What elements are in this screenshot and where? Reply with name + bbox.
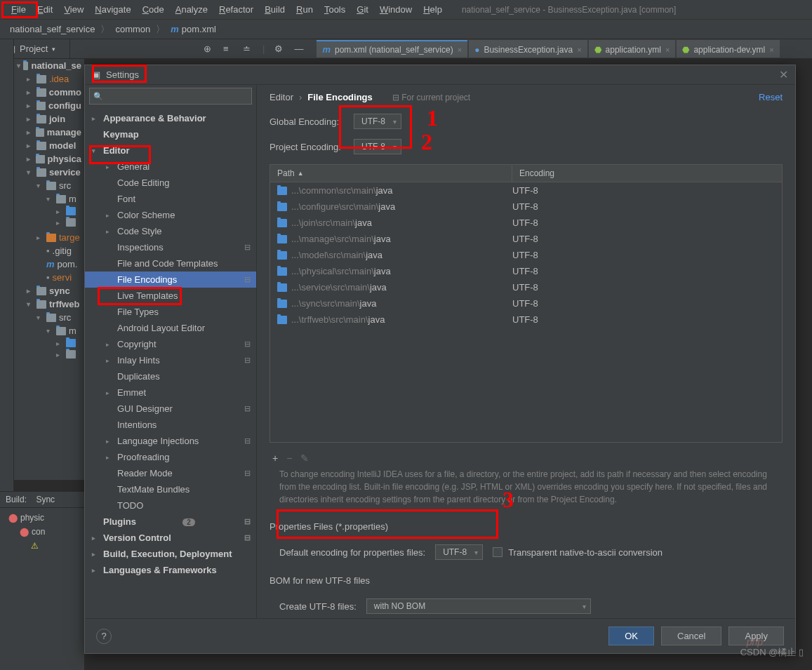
settings-node-inlay-hints[interactable]: ▸Inlay Hints⊟ (85, 352, 256, 368)
tree-row[interactable]: ▸join (14, 112, 84, 126)
tree-row[interactable]: ▾m (14, 324, 84, 337)
menu-build[interactable]: Build (259, 2, 291, 17)
tree-row[interactable]: ▾src (14, 311, 84, 324)
build-row[interactable]: ⬤con (3, 525, 81, 539)
tree-row[interactable]: mpom. (14, 257, 84, 271)
settings-node-intentions[interactable]: Intentions (85, 417, 256, 433)
hide-icon[interactable]: — (294, 43, 304, 53)
settings-node-file-and-code-templates[interactable]: File and Code Templates (85, 255, 256, 272)
add-icon[interactable]: + (272, 453, 278, 464)
tree-row[interactable]: ▪servi (14, 271, 84, 284)
project-encoding-select[interactable]: UTF-8 (354, 139, 401, 154)
breadcrumb-item[interactable]: national_self_service (6, 24, 99, 34)
transparent-ascii-checkbox[interactable]: Transparent native-to-ascii conversion (493, 547, 663, 558)
settings-node-todo[interactable]: TODO (85, 497, 256, 514)
project-tree[interactable]: ▾national_se▸.idea▸commo▸configu▸join▸ma… (14, 59, 84, 480)
menu-run[interactable]: Run (291, 2, 319, 17)
tree-row[interactable]: ▸configu (14, 99, 84, 112)
close-icon[interactable]: × (769, 46, 773, 54)
tree-row[interactable]: ▾m (14, 192, 84, 206)
tree-row[interactable]: ▾national_se (14, 59, 84, 72)
settings-node-file-types[interactable]: File Types (85, 304, 256, 320)
table-row[interactable]: ...\configure\src\main\javaUTF-8 (270, 199, 782, 215)
menu-refactor[interactable]: Refactor (213, 2, 259, 17)
tree-row[interactable]: ▪.gitig (14, 244, 84, 257)
table-row[interactable]: ...\sync\src\main\javaUTF-8 (270, 295, 782, 311)
tree-row[interactable]: ▸sync (14, 284, 84, 297)
settings-node-appearance-behavior[interactable]: ▸Appearance & Behavior (85, 110, 256, 126)
editor-tab[interactable]: mpom.xml (national_self_service)× (317, 40, 467, 58)
settings-node-emmet[interactable]: ▸Emmet (85, 384, 256, 401)
menu-tools[interactable]: Tools (319, 2, 351, 17)
settings-node-inspections[interactable]: Inspections⊟ (85, 239, 256, 255)
close-icon[interactable]: × (458, 46, 462, 54)
settings-node-file-encodings[interactable]: File Encodings⊟ (85, 272, 256, 288)
settings-node-general[interactable]: ▸General (85, 159, 256, 175)
menu-git[interactable]: Git (351, 2, 374, 17)
close-icon[interactable]: ✕ (779, 68, 788, 81)
settings-node-build-execution-deployment[interactable]: ▸Build, Execution, Deployment (85, 546, 256, 562)
settings-node-copyright[interactable]: ▸Copyright⊟ (85, 336, 256, 352)
remove-icon[interactable]: − (286, 453, 292, 464)
breadcrumb-item[interactable]: common (111, 24, 154, 34)
breadcrumb-editor[interactable]: Editor (269, 92, 293, 102)
settings-node-font[interactable]: Font (85, 191, 256, 207)
tree-row[interactable]: ▸manage (14, 126, 84, 139)
tree-row[interactable]: ▾service (14, 166, 84, 179)
settings-node-keymap[interactable]: Keymap (85, 126, 256, 142)
reset-link[interactable]: Reset (759, 92, 783, 102)
build-row[interactable]: ⬤physic (3, 511, 81, 525)
tree-row[interactable]: ▸model (14, 139, 84, 152)
editor-tab[interactable]: ⬣application.yml× (589, 40, 676, 58)
table-row[interactable]: ...\common\src\main\javaUTF-8 (270, 182, 782, 199)
settings-search-input[interactable] (89, 88, 252, 105)
tree-row[interactable]: ▸ (14, 349, 84, 360)
help-button[interactable]: ? (96, 629, 112, 644)
bom-select[interactable]: with NO BOM (366, 598, 591, 614)
props-encoding-select[interactable]: UTF-8 (435, 544, 483, 560)
table-row[interactable]: ...\model\src\main\javaUTF-8 (270, 247, 782, 263)
expand-icon[interactable]: ≡ (223, 43, 233, 53)
menu-code[interactable]: Code (137, 2, 170, 17)
settings-node-reader-mode[interactable]: Reader Mode⊟ (85, 465, 256, 481)
settings-node-textmate-bundles[interactable]: TextMate Bundles (85, 481, 256, 497)
settings-node-proofreading[interactable]: ▸Proofreading (85, 449, 256, 465)
close-icon[interactable]: × (577, 46, 581, 54)
edit-icon[interactable]: ✎ (300, 453, 309, 464)
tree-row[interactable]: ▸targe (14, 231, 84, 244)
cancel-button[interactable]: Cancel (661, 627, 721, 645)
tree-row[interactable]: ▸ (14, 217, 84, 228)
tree-row[interactable]: ▾trffweb (14, 297, 84, 311)
tree-row[interactable]: ▸commo (14, 86, 84, 99)
tree-row[interactable]: ▾src (14, 179, 84, 192)
settings-node-live-templates[interactable]: Live Templates (85, 288, 256, 304)
menu-help[interactable]: Help (418, 2, 448, 17)
tree-row[interactable]: ▸.idea (14, 72, 84, 86)
table-row[interactable]: ...\join\src\main\javaUTF-8 (270, 215, 782, 231)
ok-button[interactable]: OK (608, 627, 654, 645)
settings-node-editor[interactable]: ▾Editor (85, 142, 256, 159)
gear-icon[interactable]: ⚙ (274, 43, 284, 53)
menu-window[interactable]: Window (374, 2, 418, 17)
table-row[interactable]: ...\manage\src\main\javaUTF-8 (270, 231, 782, 247)
table-row[interactable]: ...\physical\src\main\javaUTF-8 (270, 263, 782, 279)
target-icon[interactable]: ⊕ (204, 43, 213, 53)
table-row[interactable]: ...\trffweb\src\main\javaUTF-8 (270, 311, 782, 328)
settings-node-code-style[interactable]: ▸Code Style (85, 223, 256, 239)
build-row[interactable]: ⚠ (3, 539, 81, 553)
settings-node-version-control[interactable]: ▸Version Control⊟ (85, 530, 256, 546)
settings-node-android-layout-editor[interactable]: Android Layout Editor (85, 320, 256, 336)
settings-node-code-editing[interactable]: Code Editing (85, 175, 256, 191)
menu-analyze[interactable]: Analyze (170, 2, 213, 17)
table-header-path[interactable]: Path ▲ (270, 165, 512, 182)
menu-edit[interactable]: Edit (32, 2, 58, 17)
settings-node-duplicates[interactable]: Duplicates (85, 368, 256, 384)
global-encoding-select[interactable]: UTF-8 (354, 114, 401, 129)
build-sync-tab[interactable]: Sync (36, 495, 55, 504)
table-header-encoding[interactable]: Encoding (512, 165, 782, 182)
tree-row[interactable]: ▸ (14, 337, 84, 349)
table-row[interactable]: ...\service\src\main\javaUTF-8 (270, 279, 782, 295)
close-icon[interactable]: × (665, 46, 670, 54)
collapse-icon[interactable]: ≐ (243, 43, 253, 53)
tree-row[interactable]: ▸physica (14, 152, 84, 166)
